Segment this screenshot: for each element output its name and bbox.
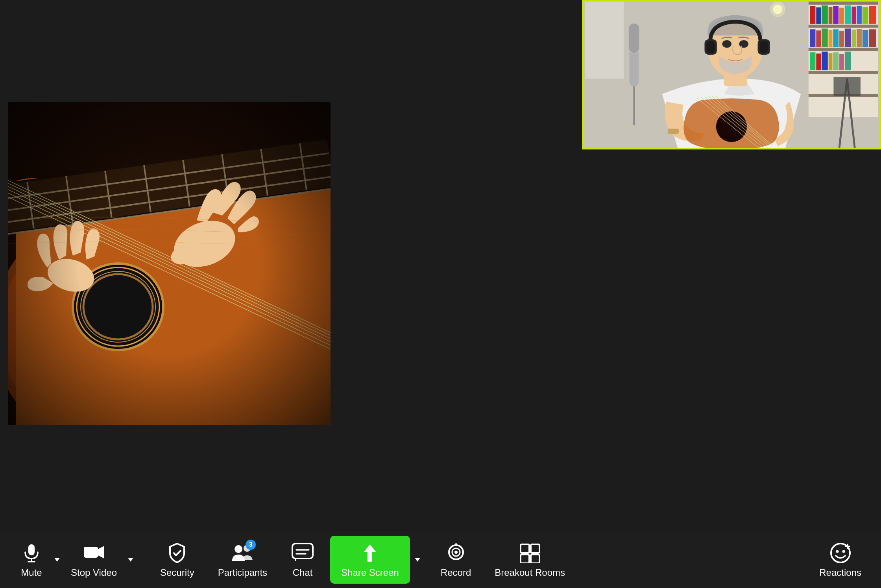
- svg-rect-72: [633, 86, 635, 125]
- svg-rect-116: [531, 555, 539, 563]
- participants-badge: 3: [246, 540, 256, 550]
- svg-rect-60: [863, 30, 868, 47]
- svg-rect-52: [816, 30, 821, 47]
- svg-rect-68: [845, 52, 851, 70]
- svg-rect-44: [833, 6, 839, 24]
- svg-rect-46: [845, 6, 851, 24]
- svg-rect-115: [521, 555, 529, 563]
- svg-point-86: [722, 40, 731, 48]
- svg-point-112: [454, 551, 458, 554]
- svg-rect-54: [829, 30, 833, 47]
- svg-rect-113: [521, 544, 529, 553]
- svg-rect-31: [8, 102, 331, 425]
- record-label: Record: [441, 567, 471, 578]
- svg-marker-100: [98, 546, 104, 559]
- stop-video-label: Stop Video: [71, 567, 117, 578]
- svg-rect-53: [822, 29, 828, 47]
- svg-rect-65: [829, 53, 833, 70]
- svg-rect-42: [822, 6, 828, 24]
- share-screen-icon: [358, 541, 382, 565]
- svg-marker-98: [54, 558, 60, 562]
- svg-rect-62: [810, 52, 816, 70]
- svg-rect-48: [857, 6, 862, 24]
- svg-rect-67: [839, 54, 844, 70]
- camera-icon: [82, 541, 106, 565]
- guitar-video: [8, 102, 331, 425]
- svg-point-102: [235, 545, 242, 553]
- security-label: Security: [160, 567, 194, 578]
- svg-rect-90: [706, 41, 715, 53]
- svg-point-118: [836, 550, 839, 553]
- svg-rect-49: [863, 7, 868, 24]
- breakout-rooms-label: Breakout Rooms: [495, 567, 565, 578]
- svg-rect-92: [668, 129, 678, 134]
- chat-label: Chat: [293, 567, 313, 578]
- svg-rect-71: [629, 24, 639, 53]
- svg-rect-35: [809, 2, 878, 5]
- svg-rect-50: [869, 6, 876, 24]
- mute-button[interactable]: Mute: [12, 537, 51, 582]
- svg-rect-38: [809, 71, 878, 74]
- svg-rect-40: [810, 6, 816, 24]
- share-screen-group: Share Screen: [330, 536, 425, 584]
- svg-point-77: [716, 111, 747, 142]
- svg-rect-45: [839, 8, 844, 24]
- shield-icon: [165, 541, 189, 565]
- svg-rect-104: [292, 544, 313, 559]
- instructor-video: [582, 0, 881, 149]
- svg-rect-75: [833, 77, 861, 96]
- video-arrow[interactable]: [125, 555, 137, 564]
- svg-rect-66: [833, 52, 839, 70]
- svg-rect-64: [822, 52, 828, 70]
- share-screen-button[interactable]: Share Screen: [330, 536, 410, 584]
- svg-rect-47: [851, 7, 856, 24]
- security-button[interactable]: Security: [152, 537, 202, 582]
- reactions-button[interactable]: Reactions: [811, 537, 869, 582]
- svg-rect-114: [531, 544, 539, 553]
- chat-button[interactable]: Chat: [283, 537, 322, 582]
- share-screen-label: Share Screen: [341, 567, 399, 578]
- breakout-icon: [518, 541, 542, 565]
- svg-rect-56: [839, 31, 844, 47]
- share-screen-arrow[interactable]: [410, 555, 425, 564]
- svg-marker-101: [128, 558, 133, 562]
- svg-point-119: [842, 550, 845, 553]
- svg-rect-41: [816, 7, 821, 24]
- svg-rect-99: [84, 547, 98, 558]
- stop-video-button[interactable]: Stop Video: [63, 537, 125, 582]
- svg-rect-95: [28, 544, 35, 555]
- mic-icon: [20, 541, 43, 565]
- breakout-rooms-button[interactable]: Breakout Rooms: [487, 537, 573, 582]
- record-icon: [444, 541, 468, 565]
- svg-marker-108: [415, 558, 420, 562]
- svg-point-87: [739, 40, 748, 48]
- toolbar: Mute Stop Video: [0, 531, 881, 588]
- svg-rect-58: [851, 29, 856, 47]
- video-group: Stop Video: [63, 537, 137, 582]
- svg-marker-107: [364, 544, 376, 562]
- svg-rect-51: [810, 29, 816, 47]
- reactions-label: Reactions: [819, 567, 861, 578]
- svg-rect-57: [845, 29, 851, 47]
- svg-rect-43: [829, 7, 833, 24]
- main-video-area: [0, 0, 881, 547]
- mute-group: Mute: [12, 537, 63, 582]
- reactions-icon: [829, 541, 852, 565]
- svg-point-94: [770, 2, 785, 17]
- svg-rect-36: [809, 25, 878, 28]
- record-button[interactable]: Record: [433, 537, 479, 582]
- mute-label: Mute: [21, 567, 42, 578]
- participants-label: Participants: [218, 567, 267, 578]
- mute-arrow[interactable]: [51, 555, 63, 564]
- svg-rect-76: [585, 2, 624, 79]
- chat-icon: [291, 541, 314, 565]
- svg-rect-59: [857, 29, 862, 47]
- svg-rect-37: [809, 48, 878, 51]
- svg-rect-63: [816, 53, 821, 70]
- participants-button[interactable]: 3 Participants: [210, 537, 275, 582]
- svg-rect-91: [759, 41, 768, 53]
- svg-rect-61: [869, 29, 876, 47]
- svg-rect-55: [833, 29, 839, 47]
- people-icon: 3: [231, 541, 254, 565]
